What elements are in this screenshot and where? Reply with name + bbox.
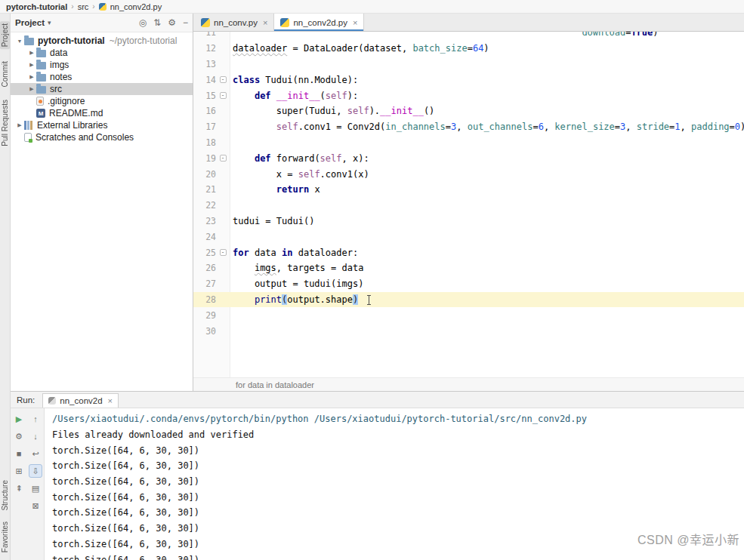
code-content[interactable]: super(Tudui, self).__init__() (230, 106, 434, 116)
gutter: 11 (193, 32, 230, 38)
folder-icon (36, 74, 46, 82)
tree-chevron-icon[interactable]: ▶ (27, 50, 36, 56)
tree-item-scratches-and-consoles[interactable]: Scratches and Consoles (11, 131, 193, 143)
gutter: 27 (193, 278, 230, 289)
code-content[interactable]: for data in dataloader: (230, 248, 358, 258)
clear-all-button[interactable]: ⊠ (29, 499, 42, 512)
run-tab[interactable]: nn_conv2d × (42, 393, 119, 408)
ide-window: pytorch-tutorial›src›nn_conv2d.py Projec… (0, 0, 744, 560)
watermark: CSDN @幸运小新 (637, 530, 739, 548)
line-number: 11 (193, 32, 216, 38)
tree-item-src[interactable]: ▶src (11, 83, 193, 95)
fold-marker-icon[interactable]: - (220, 249, 227, 256)
fold-marker-icon[interactable]: - (220, 155, 227, 162)
edit-configurations-button[interactable]: ⚙ (12, 429, 26, 443)
code-content[interactable]: output = tudui(imgs) (230, 278, 363, 289)
code-line: 18 (193, 135, 744, 151)
tree-item-pytorch-tutorial[interactable]: ▼pytorch-tutorial~/pytorch-tutorial (11, 35, 193, 47)
collapse-all-icon[interactable]: ⇅ (153, 17, 161, 28)
code-content[interactable]: class Tudui(nn.Module): (230, 75, 358, 85)
rerun-button[interactable]: ▶ (12, 412, 26, 426)
tool-window-button-project[interactable]: Project (0, 21, 10, 49)
tab-label: nn_conv2d.py (293, 18, 347, 27)
tree-chevron-icon[interactable]: ▶ (27, 86, 36, 92)
stop-button[interactable]: ■ (12, 447, 26, 460)
gutter: 16 (193, 106, 230, 116)
editor-tab-nn-conv2d-py[interactable]: nn_conv2d.py× (274, 14, 364, 31)
tree-chevron-icon[interactable]: ▶ (15, 122, 24, 128)
console-line: /Users/xiaotudui/.conda/envs/pytorch/bin… (52, 411, 744, 427)
tree-chevron-icon[interactable]: ▼ (15, 38, 24, 44)
editor-context-breadcrumb[interactable]: for data in dataloader (193, 377, 744, 391)
fold-area: - (216, 155, 230, 162)
code-line: 24 (193, 229, 744, 245)
project-panel-actions: ◎⇅⚙− (139, 17, 188, 28)
up-stack-trace-button[interactable]: ↑ (29, 412, 42, 426)
pin-tab-button[interactable]: ⇞ (12, 482, 26, 495)
code-content[interactable]: dataloader = DataLoader(dataset, batch_s… (230, 43, 489, 54)
code-line: 17 self.conv1 = Conv2d(in_channels=3, ou… (193, 119, 744, 135)
tree-item-readme-md[interactable]: MREADME.md (11, 107, 193, 119)
fold-marker-icon[interactable]: - (220, 92, 227, 99)
tree-item-data[interactable]: ▶data (11, 47, 193, 59)
tool-window-button-structure[interactable]: Structure (1, 480, 9, 511)
tree-item-label: imgs (50, 60, 69, 70)
restore-layout-button[interactable]: ⊞ (12, 464, 26, 478)
console-line: torch.Size([64, 6, 30, 30]) (52, 442, 744, 458)
gutter: 24 (193, 232, 230, 242)
code-content[interactable]: self.conv1 = Conv2d(in_channels=3, out_c… (230, 122, 744, 132)
down-stack-trace-button[interactable]: ↓ (29, 429, 42, 443)
gutter: 18 (193, 137, 230, 148)
code-content[interactable]: x = self.conv1(x) (230, 169, 369, 180)
run-panel: Run: nn_conv2d × ▶⚙■⊞⇞ ↑↓↩⇩▤⊠ /Users/xia… (11, 391, 744, 560)
editor-area: nn_conv.py×nn_conv2d.py× 11 download=Tru… (193, 14, 744, 391)
code-line: 15- def __init__(self): (193, 88, 744, 103)
gutter: 21 (193, 184, 230, 195)
soft-wrap-button[interactable]: ↩ (29, 447, 42, 460)
code-content[interactable]: tudui = Tudui() (230, 216, 314, 226)
fold-marker-icon[interactable]: - (220, 76, 227, 83)
tree-item-path-hint: ~/pytorch-tutorial (110, 35, 178, 46)
git-icon (36, 97, 44, 106)
run-panel-header: Run: nn_conv2d × (11, 392, 744, 408)
gutter: 28 (193, 294, 230, 305)
settings-icon[interactable]: ⚙ (168, 17, 176, 28)
close-tab-icon[interactable]: × (263, 18, 267, 27)
tree-chevron-icon[interactable]: ▶ (27, 62, 36, 68)
scroll-to-end-button[interactable]: ⇩ (29, 464, 42, 478)
hide-panel-icon[interactable]: − (183, 17, 188, 28)
tree-item-notes[interactable]: ▶notes (11, 71, 193, 83)
code-content[interactable]: def forward(self, x): (230, 153, 369, 164)
code-content[interactable]: return x (230, 184, 320, 195)
code-content[interactable]: imgs, targets = data (230, 263, 363, 273)
tree-item-imgs[interactable]: ▶imgs (11, 59, 193, 71)
code-line: 11 download=True) (193, 32, 744, 41)
code-content[interactable]: download=True) (230, 32, 659, 38)
code-line: 12dataloader = DataLoader(dataset, batch… (193, 41, 744, 57)
gutter: 25- (193, 248, 230, 258)
locate-icon[interactable]: ◎ (139, 17, 147, 28)
tree-chevron-icon[interactable]: ▶ (27, 74, 36, 80)
project-panel-header[interactable]: Project ▾ ◎⇅⚙− (11, 14, 193, 32)
breadcrumb-item-pytorch-tutorial[interactable]: pytorch-tutorial (6, 2, 67, 11)
print-console-button[interactable]: ▤ (29, 482, 42, 495)
console-line: torch.Size([64, 6, 30, 30]) (52, 505, 744, 521)
gutter: 17 (193, 122, 230, 132)
chevron-down-icon[interactable]: ▾ (48, 19, 51, 26)
line-number: 21 (193, 184, 216, 195)
breadcrumb-item-src[interactable]: src (78, 2, 89, 11)
code-content[interactable]: def __init__(self): (230, 91, 358, 101)
code-line: 19- def forward(self, x): (193, 150, 744, 166)
tree-item-gitignore[interactable]: .gitignore (11, 95, 193, 107)
editor-body[interactable]: 11 download=True)12dataloader = DataLoad… (193, 32, 744, 377)
close-tab-icon[interactable]: × (353, 18, 357, 27)
tool-window-button-favorites[interactable]: Favorites (1, 522, 9, 552)
editor-tab-nn-conv-py[interactable]: nn_conv.py× (195, 14, 274, 31)
code-content[interactable]: print(output.shape) (230, 294, 369, 305)
gutter: 26 (193, 263, 230, 273)
tool-window-button-commit[interactable]: Commit (1, 61, 9, 87)
tree-item-external-libraries[interactable]: ▶External Libraries (11, 119, 193, 131)
close-icon[interactable]: × (108, 396, 113, 405)
tool-window-button-pull-requests[interactable]: Pull Requests (1, 100, 9, 146)
breadcrumb-item-nn-conv2d-py[interactable]: nn_conv2d.py (110, 2, 162, 11)
